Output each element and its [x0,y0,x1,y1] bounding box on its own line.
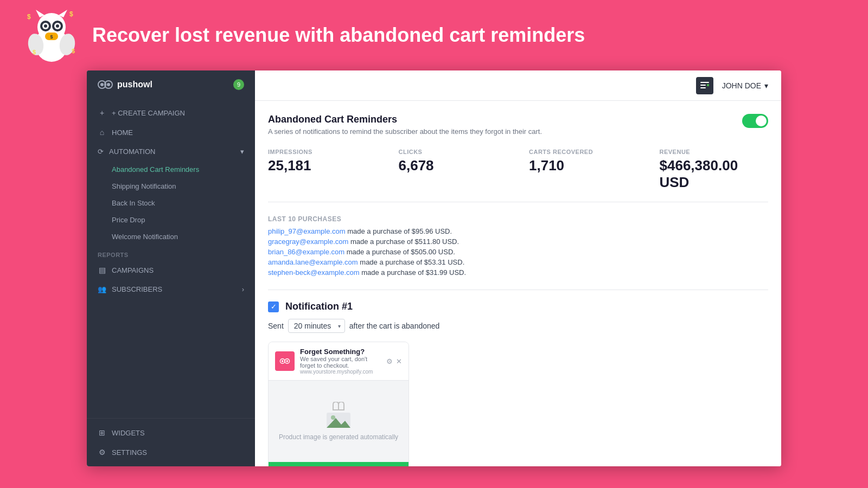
revenue-value: $466,380.00 USD [660,157,769,191]
card-header: Abandoned Cart Reminders A series of not… [268,114,768,136]
purchase-item-3: brian_86@example.com made a purchase of … [268,248,768,256]
subscribers-nav[interactable]: 👥 SUBSCRIBERS › [87,280,255,299]
push-image-text: Product image is generated automatically [279,433,398,441]
sidebar-item-abandoned-cart[interactable]: Abandoned Cart Reminders [87,161,255,178]
svg-text:$: $ [33,49,36,55]
push-cta: Complete Checkout [269,462,409,466]
sidebar-item-back-in-stock[interactable]: Back In Stock [87,195,255,211]
notification-title: Notification #1 [285,301,353,312]
campaigns-label: CAMPAIGNS [112,266,154,274]
svg-point-29 [286,360,289,362]
push-body: We saved your cart, don't forget to chec… [300,356,381,369]
reports-section-label: REPORTS [87,245,255,260]
back-in-stock-label: Back In Stock [112,199,155,207]
widgets-nav[interactable]: ⊞ WIDGETS [87,423,255,442]
impressions-value: 25,181 [268,157,377,174]
user-menu[interactable]: JOHN DOE ▾ [722,81,768,90]
purchase-email-1[interactable]: philip_97@example.com [268,227,346,235]
card-info: Abandoned Cart Reminders A series of not… [268,114,542,136]
clicks-label: CLICKS [399,149,508,155]
subscribers-left: 👥 SUBSCRIBERS [98,285,162,293]
sidebar-logo: pushowl [98,79,152,90]
sent-label: Sent [268,322,284,330]
settings-icon: ⚙ [98,448,106,457]
automation-nav[interactable]: ⟳ AUTOMATION ▾ [87,142,255,161]
svg-point-28 [282,360,284,362]
enable-toggle[interactable] [742,114,768,128]
svg-rect-24 [707,84,709,86]
home-icon: ⌂ [98,128,106,137]
notification-timing: Sent 20 minutes 1 hour 24 hours after th… [268,319,768,333]
campaigns-icon: ▤ [98,266,106,274]
gear-icon[interactable]: ⚙ [386,357,393,365]
purchases-section: LAST 10 PURCHASES philip_97@example.com … [268,215,768,277]
push-logo-icon [279,356,290,367]
card-subtitle: A series of notifications to remind the … [268,127,542,136]
purchase-text-3: made a purchase of $505.00 USD. [344,248,455,256]
notification-header: ✓ Notification #1 [268,301,768,312]
purchase-item-5: stephen-beck@example.com made a purchase… [268,268,768,277]
timing-select[interactable]: 20 minutes 1 hour 24 hours [288,319,345,333]
welcome-label: Welcome Notification [112,233,178,241]
automation-label: AUTOMATION [109,147,155,156]
impressions-stat: IMPRESSIONS 25,181 [268,149,377,191]
purchase-text-5: made a purchase of $31.99 USD. [360,268,467,277]
svg-rect-23 [700,85,706,86]
carts-label: CARTS RECOVERED [529,149,638,155]
create-campaign-nav[interactable]: + + CREATE CAMPAIGN [87,103,255,123]
push-url: www.yourstore.myshopify.com [300,369,381,375]
main-content: JOHN DOE ▾ Abandoned Cart Reminders A se… [255,70,781,466]
purchase-email-3[interactable]: brian_86@example.com [268,248,344,256]
svg-text:$: $ [69,10,73,18]
timing-select-wrap: 20 minutes 1 hour 24 hours [288,319,345,333]
svg-point-20 [100,83,104,86]
purchase-text-2: made a purchase of $511.80 USD. [348,237,459,246]
svg-rect-22 [700,82,709,83]
topbar-icon[interactable] [696,77,713,94]
svg-point-32 [331,415,335,420]
abandoned-cart-label: Abandoned Cart Reminders [112,165,199,174]
chevron-down-icon: ▾ [240,147,244,156]
carts-stat: CARTS RECOVERED 1,710 [529,149,638,191]
campaigns-nav[interactable]: ▤ CAMPAIGNS [87,260,255,280]
widgets-label: WIDGETS [112,429,145,437]
sidebar-bottom: ⊞ WIDGETS ⚙ SETTINGS [87,418,255,466]
create-campaign-label: + CREATE CAMPAIGN [112,109,185,117]
user-dropdown-icon: ▾ [764,81,768,90]
settings-label: SETTINGS [112,448,147,457]
shipping-label: Shipping Notification [112,182,176,190]
purchase-email-4[interactable]: amanda.lane@example.com [268,258,358,266]
home-label: HOME [112,129,133,137]
sidebar-item-shipping[interactable]: Shipping Notification [87,178,255,195]
settings-nav[interactable]: ⚙ SETTINGS [87,442,255,462]
sidebar-header: pushowl 9 [87,70,255,99]
after-label: after the cart is abandoned [349,322,440,330]
home-nav[interactable]: ⌂ HOME [87,123,255,142]
push-header: Forget Something? We saved your cart, do… [269,342,409,381]
svg-text:$: $ [72,48,75,54]
card-title: Abandoned Cart Reminders [268,114,542,125]
notification-section: ✓ Notification #1 Sent 20 minutes 1 hour… [268,290,768,466]
notification-checkbox[interactable]: ✓ [268,301,279,312]
push-image-placeholder [322,402,355,429]
push-logo [275,351,295,371]
carts-value: 1,710 [529,157,638,174]
impressions-label: IMPRESSIONS [268,149,377,155]
checklist-icon [700,81,710,91]
purchase-email-5[interactable]: stephen-beck@example.com [268,268,360,277]
sidebar-item-price-drop[interactable]: Price Drop [87,211,255,228]
svg-rect-25 [700,87,706,88]
svg-text:$: $ [27,13,31,21]
subscribers-icon: 👥 [98,285,106,293]
push-controls: ⚙ ✕ [386,357,402,365]
purchase-email-2[interactable]: gracegray@example.com [268,237,348,246]
revenue-stat: REVENUE $466,380.00 USD [660,149,769,191]
chevron-right-icon: › [242,285,244,293]
svg-text:$: $ [50,34,53,40]
automation-left: ⟳ AUTOMATION [98,147,155,156]
sidebar-item-welcome[interactable]: Welcome Notification [87,228,255,245]
topbar: JOHN DOE ▾ [255,70,781,101]
user-name: JOHN DOE [722,81,761,90]
automation-icon: ⟳ [98,147,104,156]
close-icon[interactable]: ✕ [396,357,402,365]
